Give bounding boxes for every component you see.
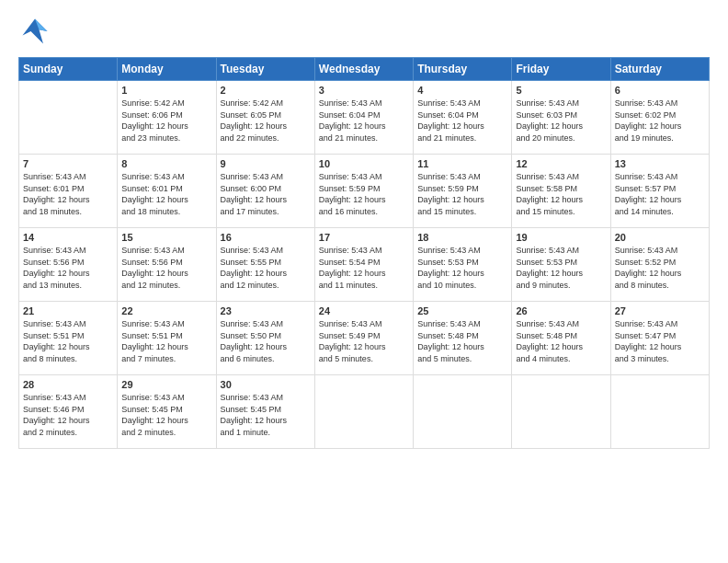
calendar-table: SundayMondayTuesdayWednesdayThursdayFrid… bbox=[18, 57, 710, 449]
calendar-cell: 23Sunrise: 5:43 AM Sunset: 5:50 PM Dayli… bbox=[216, 302, 314, 375]
calendar-cell: 20Sunrise: 5:43 AM Sunset: 5:52 PM Dayli… bbox=[610, 228, 709, 302]
cell-info: Sunrise: 5:42 AM Sunset: 6:05 PM Dayligh… bbox=[221, 98, 311, 144]
day-number: 26 bbox=[516, 305, 606, 316]
day-number: 29 bbox=[121, 379, 211, 390]
day-header-tuesday: Tuesday bbox=[216, 58, 314, 81]
day-number: 4 bbox=[417, 85, 507, 96]
calendar-cell: 4Sunrise: 5:43 AM Sunset: 6:04 PM Daylig… bbox=[414, 81, 512, 155]
cell-info: Sunrise: 5:43 AM Sunset: 5:48 PM Dayligh… bbox=[516, 318, 606, 364]
cell-info: Sunrise: 5:42 AM Sunset: 6:06 PM Dayligh… bbox=[121, 98, 211, 144]
calendar-cell bbox=[512, 375, 610, 449]
calendar-cell bbox=[19, 81, 118, 155]
day-header-wednesday: Wednesday bbox=[314, 58, 413, 81]
cell-info: Sunrise: 5:43 AM Sunset: 6:01 PM Dayligh… bbox=[23, 171, 113, 217]
calendar-cell: 9Sunrise: 5:43 AM Sunset: 6:00 PM Daylig… bbox=[216, 155, 314, 228]
cell-info: Sunrise: 5:43 AM Sunset: 5:49 PM Dayligh… bbox=[319, 318, 409, 364]
day-number: 9 bbox=[221, 158, 311, 169]
day-number: 15 bbox=[121, 232, 211, 243]
cell-info: Sunrise: 5:43 AM Sunset: 5:46 PM Dayligh… bbox=[23, 392, 113, 438]
cell-info: Sunrise: 5:43 AM Sunset: 5:48 PM Dayligh… bbox=[417, 318, 507, 364]
week-row-0: 1Sunrise: 5:42 AM Sunset: 6:06 PM Daylig… bbox=[19, 81, 710, 155]
calendar-cell: 17Sunrise: 5:43 AM Sunset: 5:54 PM Dayli… bbox=[314, 228, 413, 302]
week-row-4: 28Sunrise: 5:43 AM Sunset: 5:46 PM Dayli… bbox=[19, 375, 710, 449]
header bbox=[18, 15, 710, 48]
calendar-cell: 15Sunrise: 5:43 AM Sunset: 5:56 PM Dayli… bbox=[118, 228, 216, 302]
day-number: 13 bbox=[615, 158, 705, 169]
day-number: 7 bbox=[23, 158, 113, 169]
svg-marker-0 bbox=[23, 19, 48, 44]
cell-info: Sunrise: 5:43 AM Sunset: 5:52 PM Dayligh… bbox=[615, 245, 705, 291]
cell-info: Sunrise: 5:43 AM Sunset: 6:01 PM Dayligh… bbox=[121, 171, 211, 217]
calendar-cell bbox=[414, 375, 512, 449]
day-number: 22 bbox=[121, 305, 211, 316]
calendar-cell: 10Sunrise: 5:43 AM Sunset: 5:59 PM Dayli… bbox=[314, 155, 413, 228]
calendar-cell: 28Sunrise: 5:43 AM Sunset: 5:46 PM Dayli… bbox=[19, 375, 118, 449]
cell-info: Sunrise: 5:43 AM Sunset: 5:51 PM Dayligh… bbox=[121, 318, 211, 364]
calendar-cell: 18Sunrise: 5:43 AM Sunset: 5:53 PM Dayli… bbox=[414, 228, 512, 302]
day-number: 12 bbox=[516, 158, 606, 169]
cell-info: Sunrise: 5:43 AM Sunset: 5:45 PM Dayligh… bbox=[121, 392, 211, 438]
calendar-cell bbox=[610, 375, 709, 449]
cell-info: Sunrise: 5:43 AM Sunset: 6:02 PM Dayligh… bbox=[615, 98, 705, 144]
cell-info: Sunrise: 5:43 AM Sunset: 5:56 PM Dayligh… bbox=[23, 245, 113, 291]
calendar-cell: 29Sunrise: 5:43 AM Sunset: 5:45 PM Dayli… bbox=[118, 375, 216, 449]
day-number: 3 bbox=[319, 85, 409, 96]
cell-info: Sunrise: 5:43 AM Sunset: 5:56 PM Dayligh… bbox=[121, 245, 211, 291]
day-number: 2 bbox=[221, 85, 311, 96]
calendar-cell: 14Sunrise: 5:43 AM Sunset: 5:56 PM Dayli… bbox=[19, 228, 118, 302]
calendar-cell: 12Sunrise: 5:43 AM Sunset: 5:58 PM Dayli… bbox=[512, 155, 610, 228]
calendar-cell: 21Sunrise: 5:43 AM Sunset: 5:51 PM Dayli… bbox=[19, 302, 118, 375]
calendar-cell: 5Sunrise: 5:43 AM Sunset: 6:03 PM Daylig… bbox=[512, 81, 610, 155]
calendar-cell: 2Sunrise: 5:42 AM Sunset: 6:05 PM Daylig… bbox=[216, 81, 314, 155]
day-number: 1 bbox=[121, 85, 211, 96]
calendar-cell: 16Sunrise: 5:43 AM Sunset: 5:55 PM Dayli… bbox=[216, 228, 314, 302]
cell-info: Sunrise: 5:43 AM Sunset: 6:00 PM Dayligh… bbox=[221, 171, 311, 217]
logo-bird-icon bbox=[18, 15, 51, 48]
week-row-2: 14Sunrise: 5:43 AM Sunset: 5:56 PM Dayli… bbox=[19, 228, 710, 302]
day-header-thursday: Thursday bbox=[414, 58, 512, 81]
day-number: 20 bbox=[615, 232, 705, 243]
cell-info: Sunrise: 5:43 AM Sunset: 5:59 PM Dayligh… bbox=[319, 171, 409, 217]
calendar-cell: 6Sunrise: 5:43 AM Sunset: 6:02 PM Daylig… bbox=[610, 81, 709, 155]
day-number: 10 bbox=[319, 158, 409, 169]
calendar-cell: 3Sunrise: 5:43 AM Sunset: 6:04 PM Daylig… bbox=[314, 81, 413, 155]
days-row: SundayMondayTuesdayWednesdayThursdayFrid… bbox=[19, 58, 710, 81]
day-number: 6 bbox=[615, 85, 705, 96]
page: SundayMondayTuesdayWednesdayThursdayFrid… bbox=[0, 0, 728, 563]
day-number: 27 bbox=[615, 305, 705, 316]
cell-info: Sunrise: 5:43 AM Sunset: 5:54 PM Dayligh… bbox=[319, 245, 409, 291]
cell-info: Sunrise: 5:43 AM Sunset: 5:53 PM Dayligh… bbox=[516, 245, 606, 291]
day-number: 25 bbox=[417, 305, 507, 316]
calendar-cell: 30Sunrise: 5:43 AM Sunset: 5:45 PM Dayli… bbox=[216, 375, 314, 449]
cell-info: Sunrise: 5:43 AM Sunset: 5:58 PM Dayligh… bbox=[516, 171, 606, 217]
cell-info: Sunrise: 5:43 AM Sunset: 5:57 PM Dayligh… bbox=[615, 171, 705, 217]
week-row-1: 7Sunrise: 5:43 AM Sunset: 6:01 PM Daylig… bbox=[19, 155, 710, 228]
calendar-cell: 1Sunrise: 5:42 AM Sunset: 6:06 PM Daylig… bbox=[118, 81, 216, 155]
calendar-cell: 22Sunrise: 5:43 AM Sunset: 5:51 PM Dayli… bbox=[118, 302, 216, 375]
cell-info: Sunrise: 5:43 AM Sunset: 6:03 PM Dayligh… bbox=[516, 98, 606, 144]
day-number: 23 bbox=[221, 305, 311, 316]
day-number: 14 bbox=[23, 232, 113, 243]
day-number: 21 bbox=[23, 305, 113, 316]
day-number: 28 bbox=[23, 379, 113, 390]
day-number: 30 bbox=[221, 379, 311, 390]
cell-info: Sunrise: 5:43 AM Sunset: 5:47 PM Dayligh… bbox=[615, 318, 705, 364]
calendar-body: 1Sunrise: 5:42 AM Sunset: 6:06 PM Daylig… bbox=[19, 81, 710, 449]
day-number: 24 bbox=[319, 305, 409, 316]
calendar-cell bbox=[314, 375, 413, 449]
day-header-saturday: Saturday bbox=[610, 58, 709, 81]
day-number: 5 bbox=[516, 85, 606, 96]
day-number: 16 bbox=[221, 232, 311, 243]
calendar-cell: 26Sunrise: 5:43 AM Sunset: 5:48 PM Dayli… bbox=[512, 302, 610, 375]
calendar-cell: 27Sunrise: 5:43 AM Sunset: 5:47 PM Dayli… bbox=[610, 302, 709, 375]
cell-info: Sunrise: 5:43 AM Sunset: 5:50 PM Dayligh… bbox=[221, 318, 311, 364]
day-header-friday: Friday bbox=[512, 58, 610, 81]
calendar-cell: 25Sunrise: 5:43 AM Sunset: 5:48 PM Dayli… bbox=[414, 302, 512, 375]
calendar-cell: 7Sunrise: 5:43 AM Sunset: 6:01 PM Daylig… bbox=[19, 155, 118, 228]
day-number: 18 bbox=[417, 232, 507, 243]
calendar-cell: 8Sunrise: 5:43 AM Sunset: 6:01 PM Daylig… bbox=[118, 155, 216, 228]
cell-info: Sunrise: 5:43 AM Sunset: 5:55 PM Dayligh… bbox=[221, 245, 311, 291]
week-row-3: 21Sunrise: 5:43 AM Sunset: 5:51 PM Dayli… bbox=[19, 302, 710, 375]
cell-info: Sunrise: 5:43 AM Sunset: 5:51 PM Dayligh… bbox=[23, 318, 113, 364]
logo bbox=[18, 15, 55, 48]
